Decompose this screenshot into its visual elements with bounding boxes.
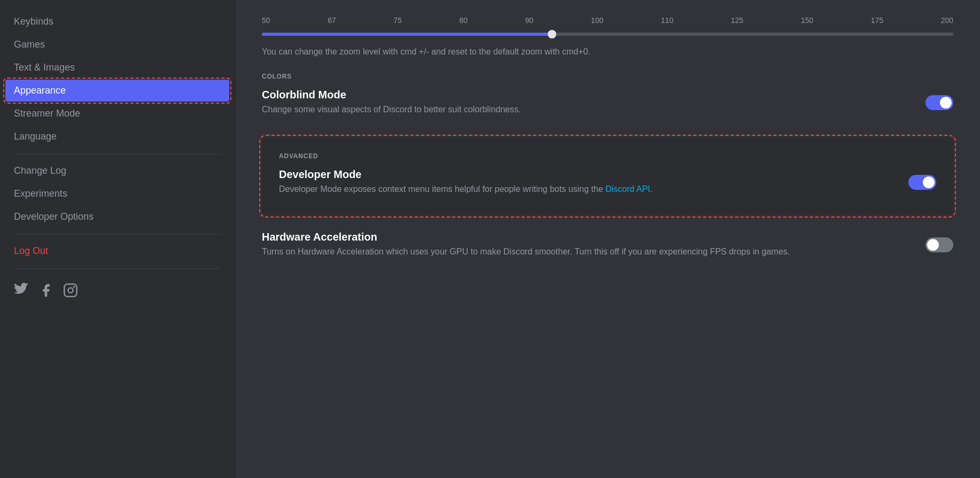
developer-mode-row: Developer Mode Developer Mode exposes co… <box>279 168 936 196</box>
zoom-hint: You can change the zoom level with cmd +… <box>262 47 953 57</box>
social-links <box>5 276 229 304</box>
sidebar-divider-2 <box>14 234 221 235</box>
hardware-acceleration-description: Turns on Hardware Acceleration which use… <box>262 245 925 258</box>
discord-api-link[interactable]: Discord API <box>605 184 650 194</box>
main-content: 50 67 75 80 90 100 110 125 150 175 200 Y… <box>235 0 980 478</box>
twitter-icon[interactable] <box>14 283 29 298</box>
sidebar-item-appearance[interactable]: Appearance <box>5 80 229 102</box>
colors-section-label: COLORS <box>262 73 953 80</box>
hardware-acceleration-title: Hardware Acceleration <box>262 231 925 243</box>
colorblind-mode-row: Colorblind Mode Change some visual aspec… <box>262 89 953 116</box>
hardware-acceleration-row: Hardware Acceleration Turns on Hardware … <box>262 231 953 258</box>
advanced-section-label: ADVANCED <box>279 152 936 160</box>
developer-mode-toggle[interactable] <box>908 175 936 190</box>
sidebar: Keybinds Games Text & Images Appearance … <box>0 0 235 478</box>
colorblind-mode-toggle[interactable] <box>925 95 953 110</box>
sidebar-item-streamer-mode[interactable]: Streamer Mode <box>5 103 229 125</box>
sidebar-divider-3 <box>14 268 221 269</box>
hardware-toggle-track <box>925 237 953 252</box>
zoom-section: 50 67 75 80 90 100 110 125 150 175 200 Y… <box>262 16 953 57</box>
zoom-labels: 50 67 75 80 90 100 110 125 150 175 200 <box>262 16 953 25</box>
slider-track <box>262 33 953 36</box>
developer-toggle-thumb <box>923 176 935 188</box>
zoom-slider[interactable] <box>262 29 953 40</box>
sidebar-item-change-log[interactable]: Change Log <box>5 160 229 182</box>
sidebar-divider-1 <box>14 154 221 155</box>
logout-button[interactable]: Log Out <box>5 240 229 262</box>
hardware-acceleration-info: Hardware Acceleration Turns on Hardware … <box>262 231 925 258</box>
colorblind-mode-info: Colorblind Mode Change some visual aspec… <box>262 89 925 116</box>
hardware-acceleration-toggle[interactable] <box>925 237 953 252</box>
developer-mode-title: Developer Mode <box>279 168 908 181</box>
hardware-toggle-thumb <box>927 239 939 251</box>
sidebar-item-games[interactable]: Games <box>5 34 229 56</box>
hardware-acceleration-section: Hardware Acceleration Turns on Hardware … <box>262 231 953 258</box>
sidebar-item-language[interactable]: Language <box>5 126 229 148</box>
sidebar-item-experiments[interactable]: Experiments <box>5 183 229 205</box>
sidebar-item-text-images[interactable]: Text & Images <box>5 57 229 79</box>
colorblind-toggle-track <box>925 95 953 110</box>
svg-point-2 <box>73 286 75 288</box>
slider-thumb[interactable] <box>548 30 556 38</box>
facebook-icon[interactable] <box>38 283 53 298</box>
svg-rect-0 <box>64 284 76 296</box>
colorblind-mode-title: Colorblind Mode <box>262 89 925 101</box>
colorblind-toggle-thumb <box>940 97 952 109</box>
sidebar-item-keybinds[interactable]: Keybinds <box>5 11 229 33</box>
svg-point-1 <box>68 288 73 292</box>
slider-fill <box>262 33 552 36</box>
instagram-icon[interactable] <box>63 283 78 298</box>
colorblind-mode-description: Change some visual aspects of Discord to… <box>262 103 925 116</box>
developer-toggle-track <box>908 175 936 190</box>
sidebar-item-developer-options[interactable]: Developer Options <box>5 206 229 228</box>
advanced-section: ADVANCED Developer Mode Developer Mode e… <box>262 137 953 215</box>
developer-mode-info: Developer Mode Developer Mode exposes co… <box>279 168 908 196</box>
developer-mode-description: Developer Mode exposes context menu item… <box>279 183 908 196</box>
